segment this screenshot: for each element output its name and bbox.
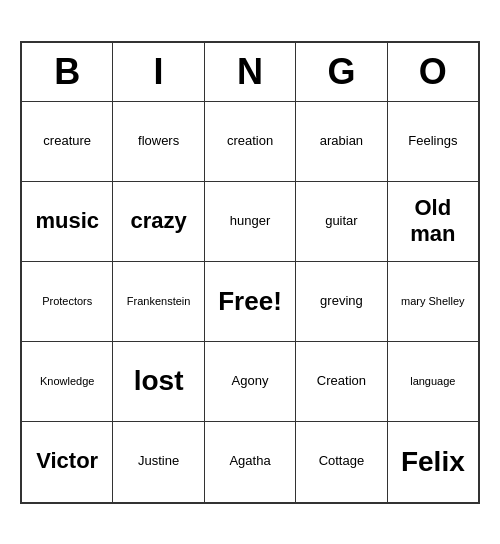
bingo-cell[interactable]: crazy — [113, 182, 204, 262]
cell-label: greving — [320, 293, 363, 310]
bingo-cell[interactable]: creature — [22, 102, 113, 182]
cell-label: Protectors — [42, 294, 92, 308]
cell-label: guitar — [325, 213, 358, 230]
cell-label: Victor — [36, 448, 98, 474]
cell-label: Justine — [138, 453, 179, 470]
bingo-cell[interactable]: Free! — [205, 262, 296, 342]
bingo-cell[interactable]: Feelings — [388, 102, 478, 182]
bingo-cell[interactable]: Agatha — [205, 422, 296, 502]
bingo-header: BINGO — [22, 43, 478, 102]
cell-label: flowers — [138, 133, 179, 150]
cell-label: mary Shelley — [401, 294, 465, 308]
bingo-cell[interactable]: flowers — [113, 102, 204, 182]
cell-label: crazy — [130, 208, 186, 234]
bingo-cell[interactable]: mary Shelley — [388, 262, 478, 342]
cell-label: arabian — [320, 133, 363, 150]
bingo-row: KnowledgelostAgonyCreationlanguage — [22, 342, 478, 422]
bingo-cell[interactable]: greving — [296, 262, 387, 342]
bingo-cell[interactable]: Old man — [388, 182, 478, 262]
cell-label: lost — [134, 365, 184, 397]
bingo-cell[interactable]: arabian — [296, 102, 387, 182]
cell-label: Old man — [392, 195, 474, 248]
bingo-cell[interactable]: hunger — [205, 182, 296, 262]
bingo-grid: creatureflowerscreationarabianFeelingsmu… — [22, 102, 478, 502]
cell-label: creation — [227, 133, 273, 150]
bingo-cell[interactable]: Creation — [296, 342, 387, 422]
cell-label: Felix — [401, 446, 465, 478]
cell-label: Agatha — [229, 453, 270, 470]
bingo-cell[interactable]: guitar — [296, 182, 387, 262]
bingo-card: BINGO creatureflowerscreationarabianFeel… — [20, 41, 480, 504]
bingo-cell[interactable]: Protectors — [22, 262, 113, 342]
cell-label: Feelings — [408, 133, 457, 150]
cell-label: Agony — [232, 373, 269, 390]
bingo-cell[interactable]: creation — [205, 102, 296, 182]
bingo-cell[interactable]: Cottage — [296, 422, 387, 502]
bingo-cell[interactable]: Frankenstein — [113, 262, 204, 342]
cell-label: hunger — [230, 213, 270, 230]
cell-label: music — [35, 208, 99, 234]
cell-label: language — [410, 374, 455, 388]
cell-label: Frankenstein — [127, 294, 191, 308]
cell-label: Creation — [317, 373, 366, 390]
bingo-cell[interactable]: language — [388, 342, 478, 422]
bingo-row: musiccrazyhungerguitarOld man — [22, 182, 478, 262]
header-letter: N — [205, 43, 296, 102]
bingo-cell[interactable]: Victor — [22, 422, 113, 502]
header-letter: I — [113, 43, 204, 102]
bingo-row: VictorJustineAgathaCottageFelix — [22, 422, 478, 502]
bingo-cell[interactable]: music — [22, 182, 113, 262]
bingo-row: creatureflowerscreationarabianFeelings — [22, 102, 478, 182]
bingo-cell[interactable]: Justine — [113, 422, 204, 502]
bingo-cell[interactable]: Knowledge — [22, 342, 113, 422]
bingo-cell[interactable]: lost — [113, 342, 204, 422]
cell-label: creature — [43, 133, 91, 150]
header-letter: G — [296, 43, 387, 102]
cell-label: Cottage — [319, 453, 365, 470]
bingo-cell[interactable]: Felix — [388, 422, 478, 502]
bingo-row: ProtectorsFrankensteinFree!grevingmary S… — [22, 262, 478, 342]
cell-label: Free! — [218, 286, 282, 317]
header-letter: O — [388, 43, 478, 102]
header-letter: B — [22, 43, 113, 102]
cell-label: Knowledge — [40, 374, 94, 388]
bingo-cell[interactable]: Agony — [205, 342, 296, 422]
